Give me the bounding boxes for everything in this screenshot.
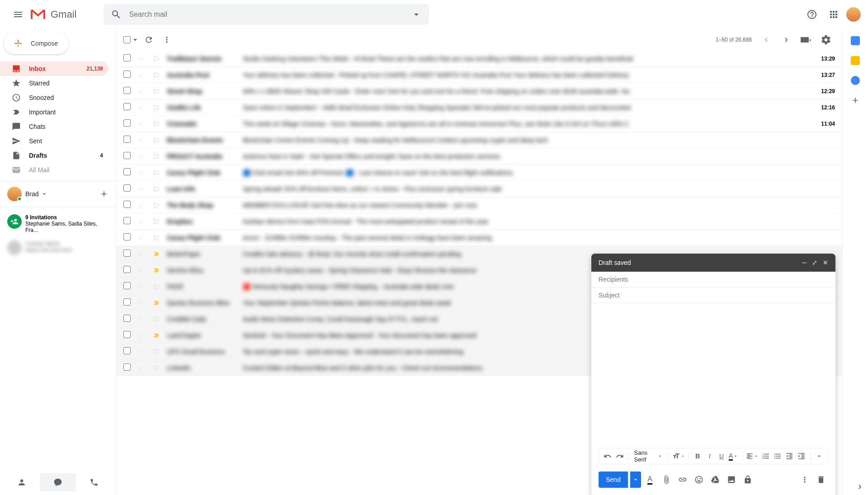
minimize-button[interactable]: ─ xyxy=(802,259,807,266)
row-checkbox[interactable] xyxy=(123,54,132,63)
input-tools-button[interactable] xyxy=(797,31,815,49)
row-checkbox[interactable] xyxy=(123,331,132,339)
more-options-button[interactable] xyxy=(797,472,812,487)
importance-marker[interactable] xyxy=(152,201,161,209)
importance-marker[interactable] xyxy=(152,71,161,79)
send-button[interactable]: Send xyxy=(599,471,628,488)
star-button[interactable]: ☆ xyxy=(138,55,147,62)
star-button[interactable]: ☆ xyxy=(138,202,147,209)
row-checkbox[interactable] xyxy=(123,347,132,356)
star-button[interactable]: ☆ xyxy=(138,234,147,241)
row-checkbox[interactable] xyxy=(123,87,132,95)
numbered-list-button[interactable] xyxy=(760,450,770,462)
importance-marker[interactable] xyxy=(152,331,161,339)
search-input[interactable] xyxy=(129,10,411,19)
hangouts-user[interactable]: Brad xyxy=(0,185,116,203)
sidebar-item-starred[interactable]: Starred xyxy=(0,76,108,90)
more-formatting-button[interactable] xyxy=(814,450,824,462)
star-button[interactable]: ☆ xyxy=(138,153,147,160)
attach-button[interactable] xyxy=(659,472,674,487)
star-button[interactable]: ☆ xyxy=(138,185,147,193)
hangouts-phone-tab[interactable] xyxy=(76,473,112,491)
row-checkbox[interactable] xyxy=(123,266,132,274)
row-checkbox[interactable] xyxy=(123,152,132,160)
importance-marker[interactable] xyxy=(152,315,161,323)
importance-marker[interactable] xyxy=(152,152,161,160)
email-row[interactable]: ☆ Australia Post Your delivery has been … xyxy=(116,67,842,83)
bulleted-list-button[interactable] xyxy=(773,450,783,462)
star-button[interactable]: ☆ xyxy=(138,88,147,95)
importance-marker[interactable] xyxy=(152,283,161,291)
sidebar-item-important[interactable]: Important xyxy=(0,105,108,119)
star-button[interactable]: ☆ xyxy=(138,71,147,79)
close-button[interactable]: ✕ xyxy=(823,259,828,266)
star-button[interactable]: ☆ xyxy=(138,332,147,339)
calendar-addon[interactable] xyxy=(851,36,860,45)
confidential-button[interactable] xyxy=(741,472,755,487)
indent-more-button[interactable] xyxy=(796,450,806,462)
undo-button[interactable] xyxy=(603,450,613,462)
email-row[interactable]: ☆ Trailblazer Donuts Studio Seeking Volu… xyxy=(116,51,842,67)
formatting-button[interactable]: A xyxy=(643,472,657,487)
subject-input[interactable] xyxy=(599,292,828,299)
star-button[interactable]: ☆ xyxy=(138,250,147,258)
importance-marker[interactable] xyxy=(152,55,161,63)
email-row[interactable]: ☆ PROACT Australia Antivirus Now in Sale… xyxy=(116,148,842,165)
row-checkbox[interactable] xyxy=(123,71,132,79)
star-button[interactable]: ☆ xyxy=(138,267,147,274)
importance-marker[interactable] xyxy=(152,136,161,144)
gmail-logo[interactable]: Gmail xyxy=(29,5,76,24)
email-row[interactable]: ☆ OzeBiz Life Save online in September! … xyxy=(116,99,842,116)
row-checkbox[interactable] xyxy=(123,298,132,307)
row-checkbox[interactable] xyxy=(123,184,132,193)
star-button[interactable]: ☆ xyxy=(138,104,147,111)
importance-marker[interactable] xyxy=(152,87,161,95)
select-all[interactable] xyxy=(123,35,140,44)
get-addons-button[interactable] xyxy=(851,96,860,105)
refresh-button[interactable] xyxy=(140,31,158,49)
sidebar-item-inbox[interactable]: Inbox 21,139 xyxy=(0,61,108,76)
row-checkbox[interactable] xyxy=(123,119,132,128)
row-checkbox[interactable] xyxy=(123,168,132,177)
contact-row[interactable]: Contact Namestatus line text here xyxy=(0,237,116,259)
drive-button[interactable] xyxy=(708,472,722,487)
importance-marker[interactable] xyxy=(152,348,161,356)
support-button[interactable] xyxy=(803,5,821,24)
recipients-field[interactable] xyxy=(591,272,835,288)
show-side-panel-button[interactable] xyxy=(855,482,864,491)
importance-marker[interactable] xyxy=(152,250,161,258)
align-button[interactable] xyxy=(746,450,759,462)
link-button[interactable] xyxy=(675,472,690,487)
row-checkbox[interactable] xyxy=(123,217,132,226)
email-row[interactable]: ☆ Loan Info Spring ahead! 20% off furnit… xyxy=(116,181,842,197)
italic-button[interactable]: I xyxy=(704,450,714,462)
row-checkbox[interactable] xyxy=(123,233,132,242)
prev-page-button[interactable] xyxy=(757,31,775,49)
sidebar-item-sent[interactable]: Sent xyxy=(0,134,108,148)
search-options-button[interactable] xyxy=(411,9,422,20)
hangouts-contacts-tab[interactable] xyxy=(4,473,40,491)
search-bar[interactable] xyxy=(104,4,429,25)
email-row[interactable]: ☆ Casey Flight Club Acorn - ZURBie ZURBi… xyxy=(116,230,842,246)
row-checkbox[interactable] xyxy=(123,136,132,144)
importance-marker[interactable] xyxy=(152,104,161,112)
row-checkbox[interactable] xyxy=(123,282,132,291)
star-button[interactable]: ☆ xyxy=(138,299,147,306)
bold-button[interactable]: B xyxy=(693,450,703,462)
subject-field[interactable] xyxy=(591,288,835,303)
discard-button[interactable] xyxy=(814,472,828,487)
sidebar-item-drafts[interactable]: Drafts 4 xyxy=(0,148,108,163)
redo-button[interactable] xyxy=(614,450,624,462)
row-checkbox[interactable] xyxy=(123,201,132,209)
main-menu-button[interactable] xyxy=(7,4,29,25)
star-button[interactable]: ☆ xyxy=(138,283,147,290)
text-color-button[interactable]: A xyxy=(728,450,738,462)
star-button[interactable]: ☆ xyxy=(138,348,147,355)
next-page-button[interactable] xyxy=(777,31,795,49)
importance-marker[interactable] xyxy=(152,169,161,177)
email-row[interactable]: ☆ Cinematic This week at Village Cinemas… xyxy=(116,116,842,132)
importance-marker[interactable] xyxy=(152,364,161,372)
importance-marker[interactable] xyxy=(152,234,161,242)
star-button[interactable]: ☆ xyxy=(138,137,147,144)
email-row[interactable]: ☆ Blockchain Events Blockchain Centre Ev… xyxy=(116,132,842,148)
